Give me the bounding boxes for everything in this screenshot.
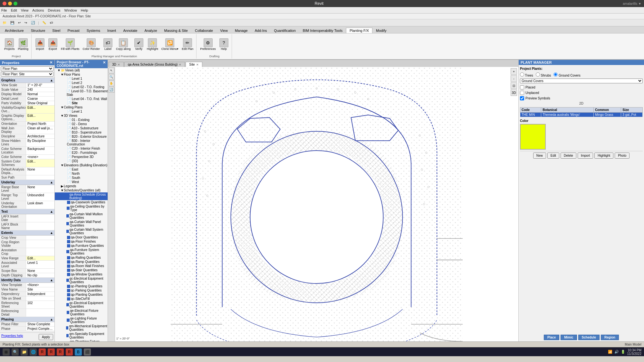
menu-view[interactable]: View <box>21 8 29 12</box>
tree-sched-cw-system[interactable]: qa-Curtain Wall System Quantities <box>55 227 108 235</box>
tree-floor-plans[interactable]: ▼ Floor Plans <box>55 72 108 77</box>
ribbon-btn-copyalong[interactable]: 📋Copy along <box>115 37 132 51</box>
tab-quantification[interactable]: Quantification <box>271 28 299 33</box>
tab-qa-close[interactable]: ✕ <box>179 63 181 66</box>
tree-3d-b20[interactable]: 📄 B20 - Exterior Enclosure <box>55 135 108 139</box>
ground-covers-radio[interactable] <box>553 72 558 77</box>
tree-elev-east[interactable]: 📄 East <box>55 167 108 172</box>
tree-level02[interactable]: 📄 Level 02 - T.O. Footing <box>55 85 108 89</box>
section-extents-toggle[interactable]: ▲ <box>50 231 53 235</box>
taskbar-revit2[interactable]: R <box>48 348 55 356</box>
tree-sched-railing[interactable]: qa-Railing Quantities <box>55 255 108 260</box>
tree-sched-stair[interactable]: qa-Stair Quantities <box>55 268 108 272</box>
tree-sched-door[interactable]: qa-Door Quantities <box>55 235 108 239</box>
qa-redo[interactable]: ↪ <box>23 20 28 26</box>
val-display-model[interactable]: Normal <box>26 92 54 96</box>
section-underlay-toggle[interactable]: ▲ <box>50 181 53 184</box>
vtool-pan[interactable]: ✋ <box>109 80 114 86</box>
ground-covers-dropdown[interactable]: Ground Covers <box>520 79 643 83</box>
trees-radio[interactable] <box>520 72 524 77</box>
tree-3d-persp[interactable]: 📄 Perspective 3D <box>55 155 108 159</box>
taskbar-app5[interactable]: B <box>75 348 82 356</box>
tab-bim[interactable]: BIM Interoperability Tools <box>299 28 346 33</box>
tree-3d-views[interactable]: ▼ 3D Views <box>55 114 108 118</box>
tree-sched-elec-equip[interactable]: qc-Electrical Equipment Quantities <box>55 276 108 284</box>
tree-sched-window[interactable]: qa-Window Quantities <box>55 272 108 276</box>
tree-sched-qp-plant[interactable]: qp-Planting Quantities <box>55 292 108 297</box>
val-range-top[interactable]: Unbounded <box>26 193 54 201</box>
section-identity[interactable]: Identity Data ▲ <box>0 278 54 283</box>
ribbon-btn-highlight[interactable]: ✨Highlight <box>146 37 159 51</box>
tab-massing[interactable]: Massing & Site <box>161 28 191 33</box>
val-color-scheme-loc[interactable]: Background <box>26 147 54 154</box>
tree-elev-north[interactable]: 📄 North <box>55 172 108 176</box>
val-detail-level[interactable]: Coarse <box>26 97 54 101</box>
tab-qa-area[interactable]: qa-Area Schedule (Gross Building) ✕ <box>124 62 185 67</box>
ribbon-btn-verify[interactable]: ✔Verify <box>133 37 145 51</box>
ribbon-btn-label[interactable]: 🏷Label <box>102 37 114 51</box>
ribbon-btn-edit[interactable]: ✏Edit Plan <box>181 37 194 51</box>
apply-button[interactable]: Apply <box>39 334 53 340</box>
unplaced-checkbox[interactable] <box>520 91 524 95</box>
tree-sched-floor[interactable]: qa-Floor Finishes <box>55 239 108 244</box>
val-scale-value[interactable]: 240 <box>26 88 54 92</box>
tree-level03[interactable]: 📄 Level 03 - T.O. Basement Slab <box>55 89 108 97</box>
tab-modify[interactable]: Modify <box>372 28 390 33</box>
tree-sched-parking[interactable]: qc-Parking Quantities <box>55 288 108 292</box>
menu-help[interactable]: Help <box>81 8 88 12</box>
val-lafx-insert[interactable] <box>26 214 54 222</box>
browser-close[interactable]: ✕ <box>103 60 106 68</box>
vtool-select[interactable]: ↖ <box>109 68 114 73</box>
val-graphic-display[interactable]: Edit... <box>26 114 54 121</box>
qa-measure[interactable]: 📏 <box>41 20 47 26</box>
menu-file[interactable]: File <box>1 8 7 12</box>
tree-elev-west[interactable]: 📄 West <box>55 180 108 184</box>
btn-highlight[interactable]: Highlight <box>594 153 613 159</box>
view-name-dropdown[interactable]: Floor Plan: Site <box>1 72 53 77</box>
qa-sync[interactable]: 🔄 <box>30 20 36 26</box>
val-view-range[interactable]: Edit... <box>26 256 54 260</box>
taskbar-search[interactable]: 🔍 <box>12 348 19 356</box>
val-sun-path[interactable] <box>26 175 54 180</box>
tree-level2[interactable]: 📄 Level 2 <box>55 81 108 85</box>
tree-sched-furnsys[interactable]: qa-Furniture System Quantities <box>55 248 108 255</box>
tree-level1[interactable]: 📄 Level 1 <box>55 77 108 81</box>
maximize-btn[interactable] <box>14 2 17 5</box>
ribbon-btn-color[interactable]: 🎨Color Render <box>82 37 101 51</box>
tree-sched-ceiling[interactable]: qa-Ceiling Quantities by Type <box>55 204 108 212</box>
taskbar-revit4[interactable]: R <box>66 348 73 356</box>
section-phasing[interactable]: Phasing ▲ <box>0 317 54 322</box>
qa-save[interactable]: 💾 <box>9 20 15 26</box>
tab-manage[interactable]: Manage <box>231 28 251 33</box>
ribbon-btn-help[interactable]: ?Help <box>218 37 230 51</box>
preview-checkbox[interactable] <box>520 96 524 100</box>
taskbar-revit1[interactable]: R <box>39 348 46 356</box>
menu-devices[interactable]: Devices <box>48 8 60 12</box>
shrubs-radio[interactable] <box>536 72 540 77</box>
properties-close[interactable]: ✕ <box>50 60 53 65</box>
taskbar-file[interactable]: 📁 <box>21 348 28 356</box>
val-view-scale[interactable]: 1" = 20'-0" <box>26 83 54 87</box>
tree-sched-siteciv[interactable]: qc-SiteCivFill <box>55 297 108 301</box>
val-phase-filter[interactable]: Show Complete <box>26 322 54 326</box>
val-annotation-crop[interactable] <box>26 248 54 256</box>
close-btn[interactable] <box>3 2 6 5</box>
tree-3d-b30[interactable]: 📄 B30 - Interior Construction <box>55 139 108 146</box>
tree-sched-qa-area[interactable]: qa-Area Schedule (Gross Building) <box>55 192 108 200</box>
canvas-view[interactable]: + - ⊡ 3D 1" = 20'-0" <box>115 67 518 341</box>
nav-fit[interactable]: ⊡ <box>511 82 517 89</box>
tree-sched-cw-panel[interactable]: qa-Curtain Wall Panel Quantities <box>55 220 108 227</box>
tree-sched-roomwall[interactable]: qa-Room Wall Finishes <box>55 264 108 268</box>
btn-schedule[interactable]: Schedule <box>578 335 600 340</box>
ribbon-btn-import[interactable]: 📥Import <box>34 37 46 51</box>
tree-site[interactable]: 📄 Site <box>55 101 108 105</box>
minimize-btn[interactable] <box>8 2 12 5</box>
btn-import[interactable]: Import <box>578 153 593 159</box>
nav-3d[interactable]: 3D <box>511 89 517 96</box>
tab-addins[interactable]: Add-Ins <box>251 28 271 33</box>
val-ref-detail[interactable] <box>26 309 54 317</box>
ribbon-btn-fill[interactable]: 🌱Fill with Plants <box>60 37 81 51</box>
val-dependency[interactable]: Independent <box>26 292 54 296</box>
tab-precast[interactable]: Precast <box>64 28 83 33</box>
tree-sched-mech[interactable]: qm-Mechanical Equipment Quantities <box>55 324 108 332</box>
